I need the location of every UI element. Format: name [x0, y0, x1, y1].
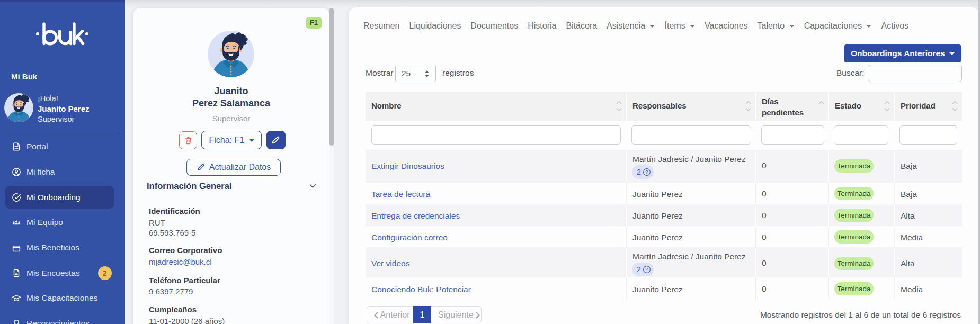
svg-text:?: ?: [645, 169, 648, 175]
svg-text:?: ?: [645, 266, 648, 272]
